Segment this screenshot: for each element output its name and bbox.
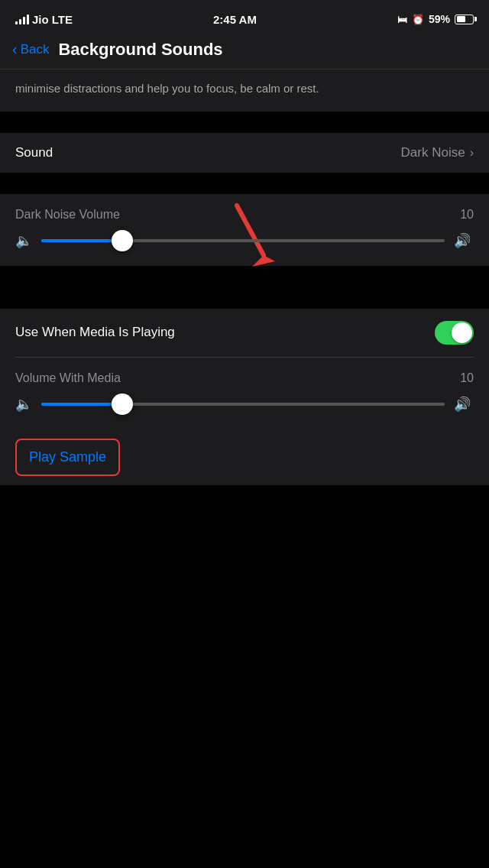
sound-value-text: Dark Noise bbox=[401, 145, 465, 160]
volume-low-icon-2: 🔈 bbox=[15, 396, 32, 413]
volume-with-media-value: 10 bbox=[460, 371, 474, 385]
volume-with-media-slider-row[interactable]: 🔈 🔊 bbox=[15, 396, 474, 413]
sound-label: Sound bbox=[15, 145, 53, 160]
volume-high-icon-2: 🔊 bbox=[454, 396, 474, 413]
signal-bar-2 bbox=[19, 19, 21, 24]
dark-noise-volume-header: Dark Noise Volume 10 bbox=[15, 208, 474, 222]
status-left: Jio LTE bbox=[15, 13, 73, 26]
use-when-media-toggle[interactable] bbox=[435, 321, 474, 345]
play-sample-section: Play Sample bbox=[0, 429, 489, 485]
nav-bar: ‹ Back Background Sounds bbox=[0, 34, 489, 70]
use-when-media-section: Use When Media Is Playing bbox=[0, 309, 489, 358]
sound-row-section: Sound Dark Noise › bbox=[0, 133, 489, 173]
signal-bar-1 bbox=[15, 21, 18, 24]
signal-bar-4 bbox=[27, 15, 29, 24]
dark-noise-volume-value: 10 bbox=[460, 208, 474, 222]
toggle-thumb bbox=[452, 322, 472, 343]
sound-value[interactable]: Dark Noise › bbox=[401, 145, 474, 160]
use-when-media-row: Use When Media Is Playing bbox=[15, 309, 474, 357]
volume-with-media-slider-thumb[interactable] bbox=[112, 394, 133, 415]
status-right: 🛏 ⏰ 59% bbox=[397, 13, 474, 25]
description-section: minimise distractions and help you to fo… bbox=[0, 70, 489, 112]
dark-noise-slider-row[interactable]: 🔈 🔊 bbox=[15, 232, 474, 249]
dark-noise-slider-thumb[interactable] bbox=[112, 230, 133, 251]
status-bar: Jio LTE 2:45 AM 🛏 ⏰ 59% bbox=[0, 0, 489, 34]
signal-bars bbox=[15, 14, 29, 24]
volume-with-media-section: Volume With Media 10 🔈 🔊 bbox=[0, 358, 489, 429]
volume-with-media-slider-fill bbox=[41, 403, 122, 406]
back-label: Back bbox=[21, 42, 50, 57]
carrier-label: Jio bbox=[32, 13, 49, 26]
play-sample-button[interactable]: Play Sample bbox=[15, 439, 120, 476]
volume-low-icon-1: 🔈 bbox=[15, 232, 32, 249]
section-divider-2 bbox=[0, 173, 489, 194]
section-divider-1 bbox=[0, 112, 489, 133]
signal-bar-3 bbox=[23, 17, 25, 24]
volume-with-media-header: Volume With Media 10 bbox=[15, 371, 474, 385]
bed-icon: 🛏 bbox=[397, 14, 407, 25]
volume-high-icon-1: 🔊 bbox=[454, 232, 474, 249]
dark-noise-slider-fill bbox=[41, 239, 122, 242]
volume-with-media-label: Volume With Media bbox=[15, 371, 121, 385]
volume-with-media-slider-track[interactable] bbox=[41, 403, 445, 406]
dark-noise-volume-section: Dark Noise Volume 10 🔈 🔊 bbox=[0, 194, 489, 266]
status-time: 2:45 AM bbox=[213, 13, 257, 26]
dark-noise-volume-label: Dark Noise Volume bbox=[15, 208, 120, 222]
back-chevron-icon: ‹ bbox=[12, 40, 18, 58]
page-title: Background Sounds bbox=[58, 40, 222, 60]
battery-shell bbox=[455, 15, 474, 24]
battery-fill bbox=[457, 16, 466, 22]
use-when-media-label: Use When Media Is Playing bbox=[15, 325, 175, 340]
section-divider-3 bbox=[0, 266, 489, 287]
alarm-icon: ⏰ bbox=[412, 14, 424, 25]
svg-marker-1 bbox=[252, 255, 275, 267]
network-label: LTE bbox=[52, 13, 73, 26]
chevron-right-icon: › bbox=[470, 146, 474, 160]
sound-row[interactable]: Sound Dark Noise › bbox=[15, 133, 474, 173]
battery-percent: 59% bbox=[429, 13, 450, 25]
dark-noise-slider-track[interactable] bbox=[41, 239, 445, 242]
description-text: minimise distractions and help you to fo… bbox=[15, 80, 474, 98]
battery-indicator bbox=[455, 15, 474, 24]
back-button[interactable]: ‹ Back bbox=[12, 42, 49, 58]
